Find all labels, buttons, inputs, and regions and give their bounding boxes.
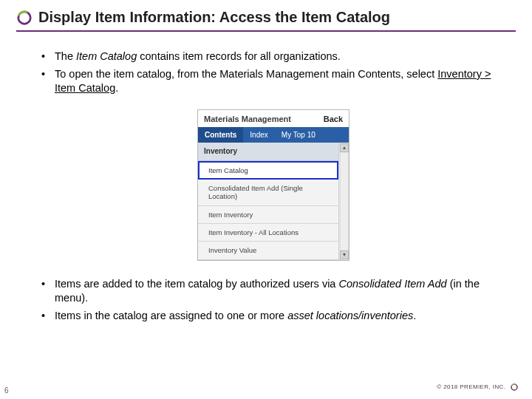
slide-title: Display Item Information: Access the Ite… xyxy=(38,9,390,26)
bullet-text: The xyxy=(55,50,76,62)
slide: Display Item Information: Access the Ite… xyxy=(0,0,532,399)
bullet-text: Items in the catalog are assigned to one… xyxy=(55,310,287,321)
copyright-text: © 2018 PREMIER, INC. xyxy=(437,383,505,390)
scroll-track[interactable] xyxy=(340,153,349,250)
panel-body: Inventory Item Catalog Consolidated Item… xyxy=(198,143,349,260)
bullet-emphasis: Item Catalog xyxy=(76,50,140,62)
page-number: 6 xyxy=(4,386,9,395)
panel-tabs: Contents Index My Top 10 xyxy=(198,127,349,143)
panel-title: Materials Management xyxy=(204,114,291,125)
section-inventory[interactable]: Inventory xyxy=(198,143,338,161)
scroll-down-button[interactable]: ▾ xyxy=(340,250,349,259)
panel-header: Materials Management Back xyxy=(198,110,349,127)
tab-contents[interactable]: Contents xyxy=(198,127,243,143)
menu-item-item-inventory[interactable]: Item Inventory xyxy=(198,206,338,224)
tab-my-top-10[interactable]: My Top 10 xyxy=(275,127,322,143)
bullet-item: The Item Catalog contains item records f… xyxy=(38,50,508,64)
panel-list: Inventory Item Catalog Consolidated Item… xyxy=(198,143,338,260)
bullet-text: . xyxy=(115,82,118,94)
scroll-up-button[interactable]: ▴ xyxy=(340,143,349,152)
scrollbar[interactable]: ▴ ▾ xyxy=(338,143,349,260)
bullet-emphasis: Consolidated Item Add xyxy=(338,278,449,290)
menu-item-item-catalog[interactable]: Item Catalog xyxy=(198,161,338,180)
menu-item-item-inventory-all[interactable]: Item Inventory - All Locations xyxy=(198,224,338,242)
bullet-emphasis: asset locations/inventories xyxy=(287,310,413,321)
bullet-item: Items in the catalog are assigned to one… xyxy=(38,309,508,324)
bullet-text: Items are added to the item catalog by a… xyxy=(55,278,338,290)
back-button[interactable]: Back xyxy=(324,114,343,125)
bullet-text: To open the item catalog, from the Mater… xyxy=(55,68,437,80)
bullet-list-top: The Item Catalog contains item records f… xyxy=(38,50,508,96)
bullet-text: . xyxy=(413,310,416,321)
bullet-text: contains item records for all organizati… xyxy=(140,50,341,62)
copyright-footer: © 2018 PREMIER, INC. xyxy=(437,383,519,392)
embedded-screenshot: Materials Management Back Contents Index… xyxy=(38,109,508,261)
bullet-list-bottom: Items are added to the item catalog by a… xyxy=(38,277,508,324)
bullet-item: To open the item catalog, from the Mater… xyxy=(38,67,508,96)
title-row: Display Item Information: Access the Ite… xyxy=(16,9,516,26)
materials-management-panel: Materials Management Back Contents Index… xyxy=(197,109,349,261)
premier-logo-icon xyxy=(510,383,519,392)
menu-item-inventory-value[interactable]: Inventory Value xyxy=(198,242,338,259)
bullet-item: Items are added to the item catalog by a… xyxy=(38,277,508,306)
menu-item-consolidated-item-add[interactable]: Consolidated Item Add (Single Location) xyxy=(198,180,338,206)
content-area: The Item Catalog contains item records f… xyxy=(16,32,516,324)
premier-logo-icon xyxy=(16,10,33,26)
tab-index[interactable]: Index xyxy=(243,127,274,143)
